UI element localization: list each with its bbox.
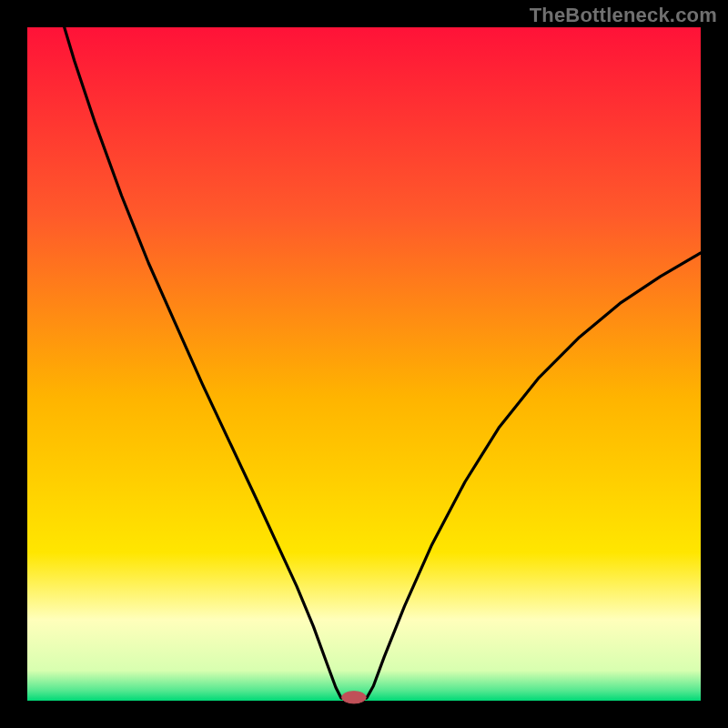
plot-area <box>27 27 701 701</box>
watermark-text: TheBottleneck.com <box>530 4 717 27</box>
bottleneck-chart <box>0 0 728 728</box>
optimal-marker <box>342 692 367 703</box>
chart-frame: TheBottleneck.com <box>0 0 728 728</box>
